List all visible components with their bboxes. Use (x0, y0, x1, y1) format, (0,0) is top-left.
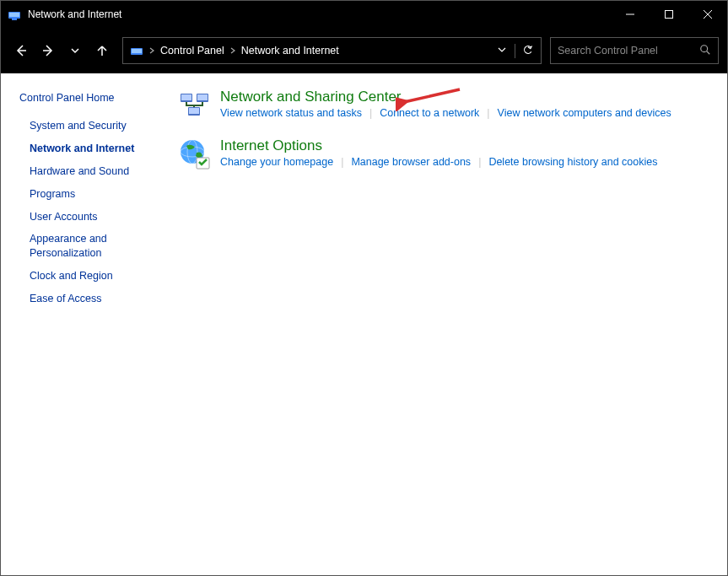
category-internet-options: Internet Options Change your homepage | … (178, 137, 707, 171)
breadcrumb-root[interactable]: Control Panel (160, 45, 224, 57)
view-network-computers-link[interactable]: View network computers and devices (498, 107, 671, 119)
svg-rect-3 (666, 11, 673, 19)
title-bar: Network and Internet (1, 1, 727, 28)
connect-to-network-link[interactable]: Connect to a network (380, 107, 479, 119)
network-sharing-icon (178, 89, 212, 122)
address-bar[interactable]: Control Panel Network and Internet (122, 37, 542, 64)
manage-addons-link[interactable]: Manage browser add-ons (351, 156, 471, 168)
change-homepage-link[interactable]: Change your homepage (220, 156, 333, 168)
svg-rect-10 (197, 94, 208, 100)
window-controls (611, 1, 727, 28)
sidebar-item-appearance-personalization[interactable]: Appearance and Personalization (19, 232, 171, 261)
sidebar-item-user-accounts[interactable]: User Accounts (19, 210, 171, 224)
history-dropdown-button[interactable] (498, 45, 506, 57)
sidebar-item-hardware-sound[interactable]: Hardware and Sound (19, 164, 171, 179)
svg-rect-5 (132, 49, 142, 53)
chevron-right-icon[interactable] (229, 46, 236, 56)
back-button[interactable] (9, 39, 33, 62)
delete-history-link[interactable]: Delete browsing history and cookies (488, 156, 657, 168)
refresh-button[interactable] (515, 44, 534, 58)
svg-rect-8 (181, 94, 191, 100)
forward-button[interactable] (36, 39, 60, 62)
sidebar-item-ease-of-access[interactable]: Ease of Access (19, 292, 171, 306)
search-bar[interactable] (550, 37, 719, 64)
svg-rect-2 (12, 19, 17, 20)
search-icon[interactable] (699, 44, 711, 58)
separator: | (478, 156, 481, 168)
recent-locations-button[interactable] (63, 39, 87, 62)
svg-rect-12 (189, 108, 199, 114)
control-panel-icon (130, 44, 143, 57)
minimize-button[interactable] (611, 1, 650, 28)
maximize-button[interactable] (650, 1, 688, 28)
sidebar-item-programs[interactable]: Programs (19, 187, 171, 202)
sidebar-item-network-internet[interactable]: Network and Internet (19, 142, 171, 156)
separator: | (487, 107, 489, 119)
network-sharing-center-link[interactable]: Network and Sharing Center (220, 89, 707, 105)
breadcrumb-current[interactable]: Network and Internet (241, 45, 339, 57)
internet-options-link[interactable]: Internet Options (220, 137, 707, 154)
svg-point-6 (701, 45, 708, 51)
control-panel-home-link[interactable]: Control Panel Home (19, 92, 171, 104)
sidebar-item-clock-region[interactable]: Clock and Region (19, 269, 171, 283)
up-button[interactable] (90, 39, 114, 62)
window-title: Network and Internet (28, 8, 611, 20)
internet-options-icon (178, 137, 212, 171)
sidebar: Control Panel Home System and Security N… (1, 73, 178, 575)
view-network-status-link[interactable]: View network status and tasks (220, 107, 362, 119)
category-network-sharing: Network and Sharing Center View network … (178, 89, 707, 122)
separator: | (341, 156, 343, 168)
main-panel: Network and Sharing Center View network … (178, 73, 727, 575)
sidebar-item-system-security[interactable]: System and Security (19, 119, 171, 133)
svg-rect-1 (9, 13, 19, 17)
close-button[interactable] (688, 1, 727, 28)
navigation-bar: Control Panel Network and Internet (1, 28, 727, 73)
app-icon (8, 8, 21, 21)
content-area: Control Panel Home System and Security N… (1, 73, 727, 575)
search-input[interactable] (558, 45, 699, 57)
chevron-right-icon[interactable] (148, 46, 155, 56)
separator: | (369, 107, 372, 119)
